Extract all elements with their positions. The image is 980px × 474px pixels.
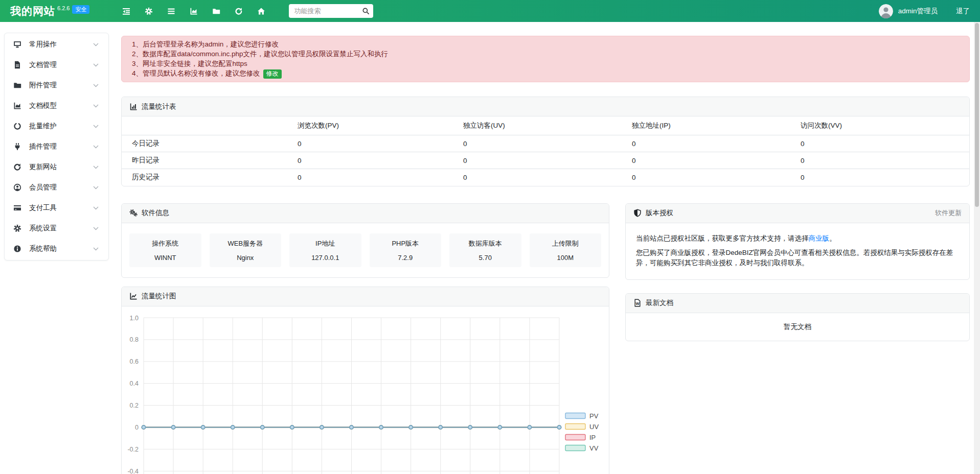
chevron-down-icon: [91, 186, 100, 189]
avatar[interactable]: [879, 4, 893, 18]
menu-list-button[interactable]: [160, 0, 183, 22]
search-input[interactable]: [289, 4, 373, 18]
traffic-cell: 0: [794, 135, 969, 152]
software-update-link[interactable]: 软件更新: [935, 208, 962, 218]
chevron-down-icon: [91, 165, 100, 169]
alert-line-text: 2、数据库配置data/common.inc.php文件，建议您以管理员权限设置…: [132, 50, 388, 58]
software-info-card-header: 软件信息: [122, 204, 609, 223]
traffic-col-empty: [122, 116, 291, 135]
left-column: 软件信息 操作系统WINNTWEB服务器NginxIP地址127.0.0.1PH…: [121, 203, 609, 474]
software-info-value: 5.70: [452, 254, 518, 262]
navbar: 我的网站 6.2.6 安全 admin管理员 退了: [0, 0, 980, 22]
y-axis-tick-label: 0.6: [130, 358, 139, 365]
sidebar-item-label: 系统设置: [29, 224, 91, 233]
collapse-sidebar-button[interactable]: [115, 0, 138, 22]
file-icon: [13, 61, 22, 69]
refresh-button[interactable]: [227, 0, 250, 22]
sidebar-item-document-management[interactable]: 文档管理: [5, 55, 108, 75]
sidebar-item-label: 常用操作: [29, 40, 91, 49]
traffic-cell: 0: [626, 152, 794, 169]
settings-button[interactable]: [138, 0, 160, 22]
software-info-box: IP地址127.0.0.1: [289, 233, 361, 267]
security-alert: 1、后台管理登录名称为admin，建议您进行修改2、数据库配置data/comm…: [121, 36, 970, 82]
software-info-box: PHP版本7.2.9: [370, 233, 442, 267]
bar-chart-icon: [129, 103, 138, 111]
traffic-col-header: 浏览次数(PV): [291, 116, 457, 135]
sidebar-item-plugin-management[interactable]: 插件管理: [5, 136, 108, 157]
traffic-stats-table: 浏览次数(PV)独立访客(UV)独立地址(IP)访问次数(VV) 今日记录000…: [122, 116, 969, 186]
alert-line-text: 1、后台管理登录名称为admin，建议您进行修改: [132, 40, 279, 48]
user-icon: [13, 183, 22, 192]
chart-line-icon: [129, 292, 138, 300]
traffic-cell: 0: [794, 169, 969, 186]
gear-icon: [145, 7, 153, 15]
software-info-label: WEB服务器: [213, 239, 279, 248]
sidebar-item-common-operations[interactable]: 常用操作: [5, 34, 108, 55]
traffic-row-label: 今日记录: [122, 135, 291, 152]
home-button[interactable]: [250, 0, 272, 22]
chevron-down-icon: [91, 125, 100, 128]
security-badge[interactable]: 安全: [72, 5, 89, 14]
sidebar-item-member-management[interactable]: 会员管理: [5, 177, 108, 198]
brand-title[interactable]: 我的网站: [10, 5, 55, 18]
traffic-chart: 1.00.80.60.40.20-0.2-0.4PVUVIPVV: [122, 306, 609, 474]
username-label[interactable]: admin管理员: [898, 7, 938, 16]
sidebar-item-label: 附件管理: [29, 81, 91, 90]
software-info-value: Nginx: [213, 254, 279, 262]
traffic-chart-svg: 1.00.80.60.40.20-0.2-0.4PVUVIPVV: [122, 306, 609, 474]
traffic-cell: 0: [457, 135, 626, 152]
sidebar-item-update-site[interactable]: 更新网站: [5, 157, 108, 177]
version-label: 6.2.6: [57, 5, 70, 11]
traffic-chart-card-header: 流量统计图: [122, 287, 609, 306]
y-axis-tick-label: 0: [135, 424, 139, 431]
alert-line-text: 4、管理员默认名称没有修改，建议您修改: [132, 69, 260, 77]
refresh-icon: [13, 163, 22, 171]
table-row: 昨日记录0000: [122, 152, 969, 169]
folder-icon: [13, 81, 22, 89]
sidebar-item-system-settings[interactable]: 系统设置: [5, 218, 108, 239]
scrollbar-track[interactable]: [974, 22, 980, 474]
brand[interactable]: 我的网站 6.2.6 安全: [10, 5, 89, 18]
y-axis-tick-label: 1.0: [130, 314, 139, 321]
fix-admin-name-button[interactable]: 修改: [263, 69, 282, 79]
stats-button[interactable]: [183, 0, 205, 22]
latest-docs-card-header: W 最新文档: [626, 294, 969, 313]
traffic-cell: 0: [626, 135, 794, 152]
y-axis-tick-label: 0.4: [130, 380, 139, 387]
chevron-down-icon: [91, 63, 100, 67]
software-info-box: WEB服务器Nginx: [210, 233, 282, 267]
sidebar-item-label: 支付工具: [29, 203, 91, 212]
alert-line: 4、管理员默认名称没有修改，建议您修改修改: [132, 68, 959, 79]
right-column: 版本授权 软件更新 当前站点已授权社区版，获取更多官方技术支持，请选择商业版。 …: [625, 203, 970, 341]
search-icon[interactable]: [362, 7, 370, 15]
license-card-header: 版本授权 软件更新: [626, 204, 969, 223]
sidebar-item-system-help[interactable]: 系统帮助: [5, 239, 108, 259]
traffic-cell: 0: [626, 169, 794, 186]
traffic-stats-card-header: 流量统计表: [122, 97, 969, 116]
traffic-stats-card: 流量统计表 浏览次数(PV)独立访客(UV)独立地址(IP)访问次数(VV) 今…: [121, 97, 970, 186]
logout-button[interactable]: 退了: [956, 7, 970, 16]
files-button[interactable]: [205, 0, 227, 22]
bars-icon: [167, 7, 175, 15]
sidebar-item-label: 文档模型: [29, 101, 91, 110]
y-axis-tick-label: 0.2: [130, 402, 139, 409]
traffic-stats-title: 流量统计表: [142, 102, 176, 111]
sidebar-item-document-models[interactable]: 文档模型: [5, 96, 108, 116]
legend-label: VV: [589, 444, 599, 452]
table-row: 历史记录0000: [122, 169, 969, 186]
software-info-box: 上传限制100M: [530, 233, 602, 267]
software-info-label: 上传限制: [533, 239, 599, 248]
scrollbar-thumb[interactable]: [975, 23, 979, 207]
alert-line: 3、网址非安全链接，建议您配置https: [132, 59, 959, 68]
sidebar-item-payment-tools[interactable]: 支付工具: [5, 198, 108, 218]
sidebar-item-label: 更新网站: [29, 162, 91, 172]
commercial-version-link[interactable]: 商业版: [809, 234, 830, 242]
sidebar-item-attachment-management[interactable]: 附件管理: [5, 75, 108, 96]
license-text: 。: [829, 234, 836, 242]
software-info-card: 软件信息 操作系统WINNTWEB服务器NginxIP地址127.0.0.1PH…: [121, 203, 609, 278]
shield-icon: [633, 209, 642, 217]
sidebar-item-batch-maintenance[interactable]: 批量维护: [5, 116, 108, 136]
outdent-icon: [122, 7, 130, 15]
y-axis-tick-label: -0.4: [127, 467, 139, 474]
traffic-col-header: 访问次数(VV): [794, 116, 969, 135]
